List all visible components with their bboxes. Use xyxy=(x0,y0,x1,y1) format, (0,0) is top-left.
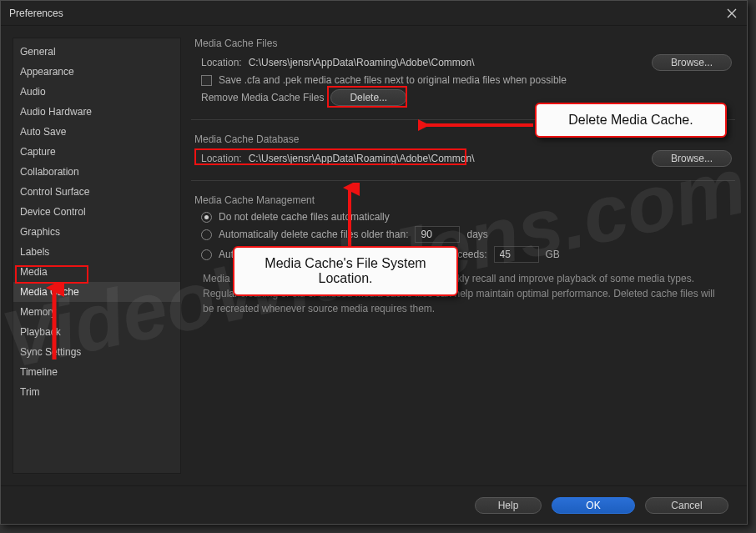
group-media-cache-management: Media Cache Management Do not delete cac… xyxy=(191,194,735,326)
files-location-label: Location: xyxy=(201,57,242,68)
radio-size[interactable] xyxy=(201,249,212,260)
sidebar-item-audio-hardware[interactable]: Audio Hardware xyxy=(13,102,180,122)
delete-button[interactable]: Delete... xyxy=(330,89,406,106)
sidebar-item-timeline[interactable]: Timeline xyxy=(13,362,180,382)
dialog-footer: Help OK Cancel xyxy=(1,485,747,524)
radio-age[interactable] xyxy=(201,229,212,240)
age-input[interactable] xyxy=(415,226,460,243)
group-title-database: Media Cache Database xyxy=(194,133,732,145)
db-browse-button[interactable]: Browse... xyxy=(652,150,732,167)
files-location-path: C:\Users\jensr\AppData\Roaming\Adobe\Com… xyxy=(249,57,475,68)
sidebar-item-media-cache[interactable]: Media Cache xyxy=(13,282,180,302)
group-media-cache-database: Media Cache Database Location: C:\Users\… xyxy=(191,133,735,181)
close-icon[interactable] xyxy=(725,7,738,20)
save-next-label: Save .cfa and .pek media cache files nex… xyxy=(219,74,567,86)
group-media-cache-files: Media Cache Files Location: C:\Users\jen… xyxy=(191,38,735,120)
label-size: Automatically delete oldest cache files … xyxy=(219,249,487,260)
sidebar-item-general[interactable]: General xyxy=(13,42,180,62)
sidebar-item-trim[interactable]: Trim xyxy=(13,382,180,402)
sidebar-item-sync-settings[interactable]: Sync Settings xyxy=(13,342,180,362)
label-no-delete: Do not delete cache files automatically xyxy=(219,211,390,223)
remove-files-label: Remove Media Cache Files xyxy=(201,92,324,103)
group-title-files: Media Cache Files xyxy=(194,38,732,49)
size-unit: GB xyxy=(546,249,560,260)
sidebar-item-labels[interactable]: Labels xyxy=(13,242,180,262)
sidebar-item-media[interactable]: Media xyxy=(13,262,180,282)
window-title: Preferences xyxy=(9,8,63,19)
db-location-label: Location: xyxy=(201,153,242,164)
sidebar-item-appearance[interactable]: Appearance xyxy=(13,62,180,82)
size-input[interactable] xyxy=(494,246,539,263)
sidebar-item-collaboration[interactable]: Collaboration xyxy=(13,162,180,182)
sidebar-item-capture[interactable]: Capture xyxy=(13,142,180,162)
cancel-button[interactable]: Cancel xyxy=(645,497,728,514)
sidebar-item-control-surface[interactable]: Control Surface xyxy=(13,182,180,202)
help-button[interactable]: Help xyxy=(475,497,542,514)
save-next-checkbox[interactable] xyxy=(201,75,212,86)
preferences-window: Preferences GeneralAppearanceAudioAudio … xyxy=(0,0,748,525)
ok-button[interactable]: OK xyxy=(552,497,635,514)
sidebar-item-playback[interactable]: Playback xyxy=(13,322,180,342)
management-description: Media cache files are auto-generated by … xyxy=(194,266,732,316)
preferences-sidebar: GeneralAppearanceAudioAudio HardwareAuto… xyxy=(13,38,181,474)
label-age: Automatically delete cache files older t… xyxy=(219,229,408,240)
sidebar-item-audio[interactable]: Audio xyxy=(13,82,180,102)
sidebar-item-memory[interactable]: Memory xyxy=(13,302,180,322)
db-location-path: C:\Users\jensr\AppData\Roaming\Adobe\Com… xyxy=(249,153,475,164)
files-browse-button[interactable]: Browse... xyxy=(652,54,732,71)
sidebar-item-auto-save[interactable]: Auto Save xyxy=(13,122,180,142)
sidebar-item-graphics[interactable]: Graphics xyxy=(13,222,180,242)
radio-no-delete[interactable] xyxy=(201,212,212,223)
sidebar-item-device-control[interactable]: Device Control xyxy=(13,202,180,222)
titlebar: Preferences xyxy=(1,1,747,26)
age-unit: days xyxy=(466,229,487,240)
group-title-management: Media Cache Management xyxy=(194,194,732,206)
